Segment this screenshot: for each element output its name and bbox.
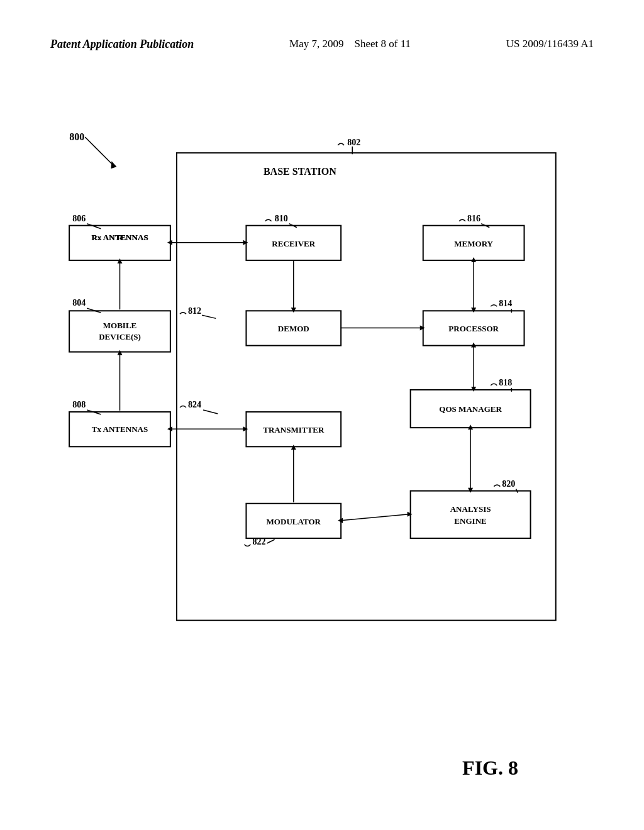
svg-marker-2 (111, 161, 116, 169)
analysis-number: 820 (502, 479, 515, 489)
demod-number: 812 (188, 306, 201, 316)
svg-rect-5 (69, 226, 170, 260)
qos-number: 818 (499, 377, 512, 387)
rx-number: 806 (72, 213, 86, 223)
memory-number: 816 (467, 213, 480, 223)
sheet: Sheet 8 of 11 (355, 38, 411, 50)
mobile-label: MOBILE (103, 321, 137, 330)
patent-number: US 2009/116439 A1 (506, 38, 594, 50)
figure-label: FIG. 8 (462, 756, 518, 780)
page-header: Patent Application Publication May 7, 20… (0, 38, 644, 51)
analysis-label1: ANALYSIS (450, 504, 491, 514)
demod-text: DEMOD (278, 324, 309, 333)
mobile-label2: DEVICE(S) (99, 332, 141, 341)
memory-text: MEMORY (454, 239, 493, 248)
svg-line-17 (203, 410, 218, 414)
svg-line-15 (202, 315, 216, 318)
tx-antennas-text: Tx ANTENNAS (92, 424, 148, 434)
processor-text: PROCESSOR (448, 324, 499, 333)
rx-antennas-text: Rx ANTENNAS (91, 233, 148, 242)
svg-line-19 (267, 540, 275, 543)
date-sheet: May 7, 2009 Sheet 8 of 11 (289, 38, 411, 50)
modulator-text: MODULATOR (267, 517, 321, 526)
receiver-text: RECEIVER (272, 239, 315, 248)
date: May 7, 2009 (289, 38, 343, 50)
svg-marker-41 (420, 325, 425, 330)
diagram-area: 800 802 BASE STATION R Rx ANTENNAS Rx AN… (50, 101, 594, 704)
analysis-label2: ENGINE (454, 516, 487, 526)
bs-number-label: 802 (347, 137, 360, 147)
mobile-number: 804 (72, 297, 86, 307)
svg-line-44 (341, 514, 409, 521)
fig-800-label: 800 (69, 131, 84, 142)
tx-number: 808 (72, 399, 86, 409)
qos-text: QOS MANAGER (439, 404, 502, 414)
base-station-label: BASE STATION (264, 166, 336, 177)
publication-label: Patent Application Publication (50, 38, 194, 51)
transmitter-number: 824 (188, 399, 201, 409)
modulator-number: 822 (252, 536, 265, 546)
svg-line-1 (97, 150, 113, 165)
transmitter-text: TRANSMITTER (263, 425, 325, 434)
svg-rect-26 (411, 491, 531, 538)
receiver-number: 810 (275, 213, 288, 223)
processor-number: 814 (499, 298, 512, 308)
svg-line-0 (85, 137, 97, 150)
svg-marker-51 (471, 343, 476, 348)
